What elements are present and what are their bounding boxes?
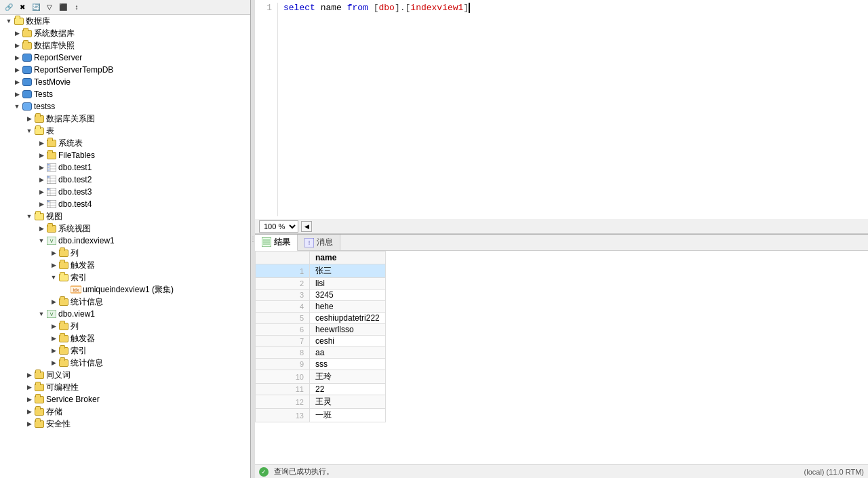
toolbar-btn-disconnect[interactable]: ✖ <box>16 1 28 14</box>
icon-report-server-temp <box>22 64 33 75</box>
editor-content[interactable]: select name from [dbo].[indexview1] <box>283 3 865 216</box>
expander-security[interactable]: ▶ <box>24 419 34 429</box>
icon-db-diagrams <box>34 113 45 124</box>
tree-node-umiqueindex[interactable]: idx umiqueindexview1 (聚集) <box>0 283 250 296</box>
expander-snapshots[interactable]: ▶ <box>12 41 22 50</box>
expander-synonyms[interactable]: ▶ <box>24 370 34 380</box>
expander-service-broker[interactable]: ▶ <box>24 395 34 404</box>
tree-node-columns1[interactable]: ▶ 列 <box>0 247 250 259</box>
expander-file-tables[interactable]: ▶ <box>37 151 46 160</box>
toolbar-btn-refresh[interactable]: 🔄 <box>30 1 42 14</box>
label-snapshots: 数据库快照 <box>34 40 75 52</box>
tree-node-stats1[interactable]: ▶ 统计信息 <box>0 296 250 308</box>
tree-node-tables[interactable]: ▼ 表 <box>0 125 250 137</box>
tree-node-databases[interactable]: ▼ 数据库 <box>0 15 250 27</box>
tree-node-report-server[interactable]: ▶ ReportServer <box>0 52 250 64</box>
expander-columns1[interactable]: ▶ <box>49 248 58 258</box>
tree-node-system-db[interactable]: ▶ 系统数据库 <box>0 27 250 39</box>
tree-node-view1[interactable]: ▼ V dbo.view1 <box>0 308 250 320</box>
tab-messages[interactable]: ! 消息 <box>298 235 340 250</box>
tree-node-file-tables[interactable]: ▶ FileTables <box>0 149 250 161</box>
tree-node-report-server-temp[interactable]: ▶ ReportServerTempDB <box>0 64 250 76</box>
sql-editor[interactable]: 1 select name from [dbo].[indexview1] <box>255 0 868 219</box>
tree-node-test2[interactable]: ▶ dbo.test2 <box>0 174 250 186</box>
tree-node-indexes1[interactable]: ▼ 索引 <box>0 271 250 283</box>
expander-test2[interactable]: ▶ <box>37 175 46 184</box>
tree-node-db-diagrams[interactable]: ▶ 数据库关系图 <box>0 113 250 125</box>
tree-node-views[interactable]: ▼ 视图 <box>0 210 250 222</box>
results-panel: 结果 ! 消息 name <box>255 234 868 464</box>
tree-node-stats2[interactable]: ▶ 统计信息 <box>0 357 250 369</box>
tree-node-triggers2[interactable]: ▶ 触发器 <box>0 332 250 344</box>
icon-triggers1 <box>58 260 69 271</box>
expander-system-db[interactable]: ▶ <box>12 28 22 38</box>
sql-cursor <box>469 3 470 13</box>
expander-tables[interactable]: ▼ <box>24 126 34 136</box>
tree-node-security[interactable]: ▶ 安全性 <box>0 418 250 430</box>
expander-view1[interactable]: ▼ <box>37 309 46 319</box>
expander-storage[interactable]: ▶ <box>24 407 34 416</box>
tree-node-indexview1[interactable]: ▼ V dbo.indexview1 <box>0 235 250 247</box>
expander-tests[interactable]: ▶ <box>12 89 22 99</box>
label-databases: 数据库 <box>26 16 50 27</box>
expander-databases[interactable]: ▼ <box>4 16 14 26</box>
tree-node-testss[interactable]: ▼ testss <box>0 100 250 113</box>
tree-node-storage[interactable]: ▶ 存储 <box>0 405 250 418</box>
expander-test4[interactable]: ▶ <box>37 199 46 209</box>
expander-columns2[interactable]: ▶ <box>49 321 58 331</box>
tree-node-service-broker[interactable]: ▶ Service Broker <box>0 393 250 405</box>
icon-sys-views <box>46 223 57 234</box>
tree-node-indexes2[interactable]: ▶ 索引 <box>0 344 250 357</box>
table-row: 5ceshiupdatetri222 <box>256 313 386 324</box>
expander-indexes2[interactable]: ▶ <box>49 346 58 355</box>
toolbar-btn-stop[interactable]: ⬛ <box>57 1 69 14</box>
expander-sys-views[interactable]: ▶ <box>37 224 46 233</box>
expander-testss[interactable]: ▼ <box>12 102 22 111</box>
tree-node-tests[interactable]: ▶ Tests <box>0 88 250 100</box>
zoom-select[interactable]: 100 % 75 % 50 % 125 % 150 % 200 % <box>259 220 298 233</box>
tree-node-programmability[interactable]: ▶ 可编程性 <box>0 381 250 393</box>
expander-umiqueindex[interactable] <box>61 285 71 294</box>
tree-node-test1[interactable]: ▶ dbo.test1 <box>0 161 250 174</box>
expander-db-diagrams[interactable]: ▶ <box>24 114 34 123</box>
toolbar-btn-connect[interactable]: 🔗 <box>3 1 15 14</box>
icon-test3 <box>46 186 57 197</box>
tree-node-synonyms[interactable]: ▶ 同义词 <box>0 369 250 381</box>
expander-views[interactable]: ▼ <box>24 212 34 221</box>
tree-node-snapshots[interactable]: ▶ 数据库快照 <box>0 39 250 52</box>
tree-node-test3[interactable]: ▶ dbo.test3 <box>0 186 250 198</box>
tab-results[interactable]: 结果 <box>255 235 298 252</box>
toolbar-btn-filter[interactable]: ▽ <box>43 1 56 14</box>
expander-report-server-temp[interactable]: ▶ <box>12 65 22 75</box>
tree-node-columns2[interactable]: ▶ 列 <box>0 320 250 332</box>
expander-stats2[interactable]: ▶ <box>49 358 58 367</box>
icon-report-server <box>22 52 33 63</box>
results-content[interactable]: name 1张三2lisi332454hehe5ceshiupdatetri22… <box>255 251 868 464</box>
zoom-collapse-btn[interactable]: ◀ <box>301 221 312 232</box>
expander-report-server[interactable]: ▶ <box>12 53 22 62</box>
expander-sys-tables[interactable]: ▶ <box>37 138 46 148</box>
expander-indexview1[interactable]: ▼ <box>37 236 46 245</box>
expander-triggers1[interactable]: ▶ <box>49 260 58 270</box>
label-test3: dbo.test3 <box>58 187 92 197</box>
tree-node-test4[interactable]: ▶ dbo.test4 <box>0 198 250 210</box>
toolbar-btn-nav[interactable]: ↕ <box>71 1 83 14</box>
label-views: 视图 <box>46 211 62 222</box>
tree-node-triggers1[interactable]: ▶ 触发器 <box>0 259 250 271</box>
tree-node-sys-tables[interactable]: ▶ 系统表 <box>0 137 250 149</box>
row-number: 6 <box>256 324 310 336</box>
expander-programmability[interactable]: ▶ <box>24 382 34 392</box>
tree-container[interactable]: ▼ 数据库 ▶ 系统数据库 ▶ 数据库快照 ▶ ReportServer <box>0 15 250 478</box>
expander-test1[interactable]: ▶ <box>37 163 46 172</box>
table-row: 1122 <box>256 384 386 395</box>
row-name: sss <box>310 359 386 370</box>
expander-indexes1[interactable]: ▼ <box>49 273 58 282</box>
expander-triggers2[interactable]: ▶ <box>49 334 58 343</box>
expander-stats1[interactable]: ▶ <box>49 297 58 306</box>
expander-test3[interactable]: ▶ <box>37 187 46 197</box>
status-message: 查询已成功执行。 <box>274 466 334 477</box>
expander-testmovie[interactable]: ▶ <box>12 77 22 87</box>
label-test1: dbo.test1 <box>58 163 92 172</box>
tree-node-sys-views[interactable]: ▶ 系统视图 <box>0 222 250 235</box>
tree-node-testmovie[interactable]: ▶ TestMovie <box>0 76 250 88</box>
